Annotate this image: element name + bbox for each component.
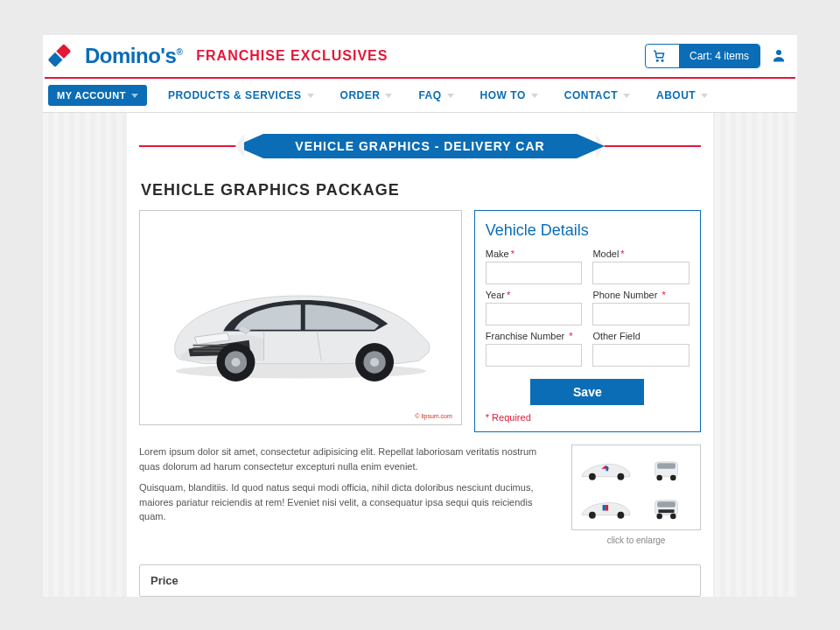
chevron-down-icon (531, 94, 538, 98)
content-area: VEHICLE GRAPHICS - DELIVERY CAR VEHICLE … (43, 113, 797, 597)
phone-field[interactable] (592, 303, 690, 326)
svg-point-27 (656, 514, 662, 520)
price-section: Price (139, 564, 701, 597)
image-credit: © lipsum.com (415, 413, 452, 419)
vehicle-details-form: Vehicle Details Make* Model* Year* (474, 210, 701, 432)
franchise-number-field[interactable] (486, 344, 583, 367)
model-label: Model* (592, 248, 690, 259)
thumb-front-view (638, 489, 695, 524)
product-description: Lorem ipsum dolor sit amet, consectetur … (139, 444, 559, 545)
nav-item-label: HOW TO (480, 89, 526, 102)
nav-item-label: FAQ (418, 89, 441, 102)
site-header: Domino's® FRANCHISE EXCLUSIVES Cart: 4 i… (43, 35, 797, 77)
chevron-down-icon (701, 94, 708, 98)
svg-point-20 (589, 512, 596, 519)
cart-button[interactable]: Cart: 4 items (645, 44, 760, 68)
thumb-side-view (578, 451, 634, 486)
svg-point-28 (670, 514, 676, 520)
thumb-rear-view (638, 451, 695, 486)
svg-point-0 (656, 60, 658, 61)
user-icon[interactable] (771, 47, 787, 66)
description-paragraph: Lorem ipsum dolor sit amet, consectetur … (139, 444, 559, 473)
svg-point-21 (618, 512, 625, 519)
chevron-down-icon (307, 94, 314, 98)
svg-point-13 (589, 473, 596, 480)
product-image: © lipsum.com (139, 210, 462, 425)
svg-rect-17 (657, 463, 676, 469)
category-banner-row: VEHICLE GRAPHICS - DELIVERY CAR (139, 134, 701, 158)
thumbnail-caption[interactable]: click to enlarge (571, 536, 701, 545)
nav-about[interactable]: ABOUT (651, 84, 713, 107)
brand-wordmark: Domino's® (85, 44, 182, 68)
page-frame: Domino's® FRANCHISE EXCLUSIVES Cart: 4 i… (43, 35, 797, 597)
make-label: Make* (486, 248, 583, 259)
make-field[interactable] (486, 262, 583, 284)
nav-contact[interactable]: CONTACT (559, 84, 635, 107)
year-field[interactable] (486, 303, 583, 326)
svg-rect-22 (603, 505, 606, 511)
thumbnail-gallery[interactable] (571, 444, 701, 530)
cart-icon (646, 45, 672, 67)
nav-faq[interactable]: FAQ (413, 84, 458, 107)
chevron-down-icon (447, 94, 454, 98)
svg-point-2 (776, 50, 781, 55)
other-label: Other Field (592, 331, 690, 341)
category-banner-text: VEHICLE GRAPHICS - DELIVERY CAR (295, 139, 544, 153)
site-subtitle: FRANCHISE EXCLUSIVES (196, 48, 388, 64)
nav-how-to[interactable]: HOW TO (475, 84, 543, 107)
save-button[interactable]: Save (530, 379, 644, 405)
franchise-label: Franchise Number * (486, 331, 583, 341)
description-paragraph: Quisquam, blanditiis. Id quod natus sequ… (139, 480, 559, 524)
svg-point-1 (662, 60, 663, 61)
svg-rect-23 (606, 505, 608, 511)
other-field[interactable] (592, 344, 690, 367)
chevron-down-icon (131, 94, 138, 98)
category-banner: VEHICLE GRAPHICS - DELIVERY CAR (263, 134, 576, 158)
my-account-label: MY ACCOUNT (57, 90, 126, 101)
content-card: VEHICLE GRAPHICS - DELIVERY CAR VEHICLE … (127, 113, 713, 597)
svg-point-14 (618, 473, 625, 480)
required-note: * Required (486, 412, 690, 423)
thumb-side-view-logo (578, 489, 634, 524)
dominos-logo-icon (48, 49, 73, 64)
svg-rect-25 (657, 501, 676, 508)
nav-item-label: ABOUT (656, 89, 696, 102)
my-account-menu[interactable]: MY ACCOUNT (48, 85, 147, 106)
year-label: Year* (486, 290, 583, 300)
price-title: Price (150, 574, 178, 587)
phone-label: Phone Number * (592, 290, 690, 300)
nav-item-label: PRODUCTS & SERVICES (168, 89, 302, 102)
svg-rect-26 (658, 509, 674, 513)
nav-products-services[interactable]: PRODUCTS & SERVICES (163, 84, 319, 107)
nav-order[interactable]: ORDER (335, 84, 398, 107)
page-title: VEHICLE GRAPHICS PACKAGE (141, 181, 701, 200)
car-illustration (153, 244, 448, 392)
svg-point-12 (370, 358, 379, 367)
form-title: Vehicle Details (486, 221, 690, 240)
svg-rect-15 (606, 466, 609, 471)
nav-item-label: CONTACT (564, 89, 618, 102)
main-nav: MY ACCOUNT PRODUCTS & SERVICES ORDER FAQ… (43, 79, 797, 113)
nav-item-label: ORDER (340, 89, 381, 102)
svg-point-18 (656, 475, 662, 481)
chevron-down-icon (623, 94, 630, 98)
cart-label: Cart: 4 items (679, 45, 760, 67)
chevron-down-icon (385, 94, 392, 98)
svg-point-19 (670, 475, 676, 481)
svg-point-9 (231, 358, 240, 367)
model-field[interactable] (592, 262, 690, 284)
brand-block: Domino's® FRANCHISE EXCLUSIVES (48, 44, 388, 68)
